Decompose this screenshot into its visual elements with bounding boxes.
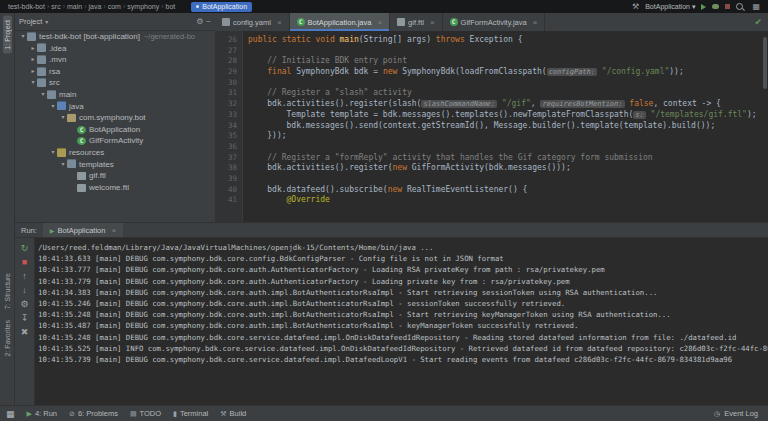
- breadcrumb-item-test-bdk-bot[interactable]: test-bdk-bot: [6, 3, 47, 10]
- toolwindow-button-favorites[interactable]: 2: Favorites: [3, 316, 12, 361]
- rerun-icon[interactable]: ↻: [21, 241, 29, 255]
- tool-windows-icon[interactable]: ▦: [752, 0, 760, 13]
- chevron-open-icon[interactable]: ▾: [59, 112, 67, 124]
- code-editor[interactable]: 26public static void main(String[] args)…: [215, 31, 768, 222]
- scroll-end-icon[interactable]: ↧: [21, 311, 29, 325]
- hide-panel-icon[interactable]: −: [206, 17, 211, 26]
- chevron-open-icon[interactable]: ▾: [49, 101, 57, 113]
- line-number[interactable]: 40: [215, 185, 237, 196]
- toolwindow-button-project[interactable]: 1: Project: [3, 16, 12, 54]
- chevron-open-icon[interactable]: ▾: [59, 159, 67, 171]
- run-config-selector[interactable]: BotApplication ▾: [645, 3, 695, 11]
- editor-scrollbar[interactable]: [763, 37, 767, 89]
- breadcrumb-item-bot[interactable]: bot: [164, 3, 178, 10]
- tree-item-mvn[interactable]: ▸.mvn: [15, 54, 215, 66]
- tab-config-yaml[interactable]: config.yaml×: [215, 13, 290, 31]
- clear-icon[interactable]: ✖: [21, 325, 29, 339]
- breadcrumb-item-main[interactable]: main: [65, 3, 84, 10]
- active-file-chip[interactable]: BotApplication: [191, 2, 252, 12]
- tool-window-switcher-icon[interactable]: ▦: [6, 409, 15, 419]
- run-tab[interactable]: ▶ BotApplication ×: [43, 223, 123, 237]
- line-number[interactable]: 38: [215, 163, 237, 174]
- gear-icon[interactable]: ⚙: [196, 17, 203, 26]
- code-line: 30: [215, 78, 768, 89]
- chevron-closed-icon[interactable]: ▸: [29, 66, 37, 78]
- line-number[interactable]: 30: [215, 78, 237, 89]
- chevron-closed-icon[interactable]: ▸: [29, 54, 37, 66]
- line-number[interactable]: 32: [215, 99, 237, 110]
- line-number[interactable]: 39: [215, 174, 237, 185]
- folder-icon: [67, 160, 76, 168]
- line-number[interactable]: 28: [215, 56, 237, 67]
- tree-item-idea[interactable]: ▸.idea: [15, 43, 215, 55]
- breadcrumb-item-src[interactable]: src: [49, 3, 62, 10]
- line-number[interactable]: 36: [215, 142, 237, 153]
- tab-gif-ftl[interactable]: gif.ftl×: [390, 13, 443, 31]
- tree-item-gifformactivity[interactable]: CGifFormActivity: [15, 135, 215, 147]
- statusbar-item-label: TODO: [140, 409, 162, 418]
- up-icon[interactable]: ↑: [22, 269, 27, 283]
- code-text: }));: [248, 131, 287, 142]
- chevron-closed-icon[interactable]: ▸: [29, 43, 37, 55]
- close-icon[interactable]: ×: [377, 18, 382, 27]
- tree-item-com-symphony-bot[interactable]: ▾com.symphony.bot: [15, 112, 215, 124]
- console-output[interactable]: /Users/reed.feldman/Library/Java/JavaVir…: [36, 238, 768, 405]
- ftl-file-icon: [397, 18, 405, 26]
- inspection-ok-icon[interactable]: ✔: [754, 17, 762, 27]
- line-number[interactable]: 26: [215, 35, 237, 46]
- breadcrumb-item-java[interactable]: java: [87, 3, 104, 10]
- param-hint: requiresBotMention:: [540, 100, 624, 108]
- debug-button[interactable]: [712, 4, 719, 9]
- close-icon[interactable]: ×: [277, 18, 282, 27]
- code-token: final: [248, 67, 296, 76]
- chevron-open-icon[interactable]: ▾: [49, 147, 57, 159]
- tree-item-resources[interactable]: ▾resources: [15, 147, 215, 159]
- tree-item-gif-ftl[interactable]: gif.ftl: [15, 170, 215, 182]
- tab-gifformactivity-java[interactable]: CGifFormActivity.java×: [443, 13, 546, 31]
- close-icon[interactable]: ×: [111, 226, 116, 235]
- line-number[interactable]: 33: [215, 110, 237, 121]
- tree-item-java[interactable]: ▾java: [15, 101, 215, 113]
- stop-icon[interactable]: ■: [22, 255, 27, 269]
- down-icon[interactable]: ↓: [22, 283, 27, 297]
- tree-item-main[interactable]: ▾main: [15, 89, 215, 101]
- close-icon[interactable]: ×: [533, 18, 538, 27]
- tree-item-botapplication[interactable]: CBotApplication: [15, 124, 215, 136]
- line-number[interactable]: 37: [215, 153, 237, 164]
- statusbar-item-build[interactable]: ⚒Build: [220, 409, 246, 418]
- project-tree: ▾test-bdk-bot [bot-application]~/generat…: [15, 31, 215, 222]
- line-number[interactable]: 41: [215, 195, 237, 206]
- build-hammer-icon[interactable]: ⚒: [632, 0, 639, 13]
- statusbar-item-4-run[interactable]: ▶4: Run: [27, 409, 58, 418]
- tree-item-rsa[interactable]: ▸rsa: [15, 66, 215, 78]
- line-number[interactable]: 27: [215, 46, 237, 57]
- stop-button[interactable]: [725, 4, 730, 9]
- breadcrumb-item-symphony[interactable]: symphony: [125, 3, 161, 10]
- tree-item-templates[interactable]: ▾templates: [15, 159, 215, 171]
- chevron-down-icon[interactable]: ▾: [45, 18, 48, 25]
- statusbar-item-terminal[interactable]: ▮Terminal: [173, 409, 208, 418]
- chevron-open-icon[interactable]: ▾: [29, 77, 37, 89]
- settings-icon[interactable]: ⚙: [20, 297, 28, 311]
- line-number[interactable]: 31: [215, 88, 237, 99]
- statusbar-item-6-problems[interactable]: ⊘6: Problems: [69, 409, 118, 418]
- folder-res-icon: [57, 149, 66, 157]
- line-number[interactable]: 35: [215, 131, 237, 142]
- chevron-open-icon[interactable]: ▾: [19, 31, 27, 43]
- event-log-icon[interactable]: ◷: [714, 410, 720, 418]
- close-icon[interactable]: ×: [430, 18, 435, 27]
- run-button[interactable]: [701, 4, 706, 10]
- breadcrumb-item-com[interactable]: com: [106, 3, 123, 10]
- toolwindow-button-structure[interactable]: 7: Structure: [3, 269, 12, 313]
- tab-botapplication-java[interactable]: CBotApplication.java×: [290, 13, 390, 31]
- statusbar-item-todo[interactable]: ▤TODO: [130, 409, 161, 418]
- chevron-open-icon[interactable]: ▾: [39, 89, 47, 101]
- search-icon[interactable]: [736, 3, 743, 10]
- event-log-label[interactable]: Event Log: [724, 409, 758, 418]
- line-number[interactable]: 29: [215, 67, 237, 78]
- project-panel-header[interactable]: Project ▾ ⚙ −: [15, 13, 215, 31]
- tree-item-welcome-ftl[interactable]: welcome.ftl: [15, 182, 215, 194]
- tree-item-src[interactable]: ▾src: [15, 77, 215, 89]
- line-number[interactable]: 34: [215, 121, 237, 132]
- tree-item-test-bdk-bot-bot-application[interactable]: ▾test-bdk-bot [bot-application]~/generat…: [15, 31, 215, 43]
